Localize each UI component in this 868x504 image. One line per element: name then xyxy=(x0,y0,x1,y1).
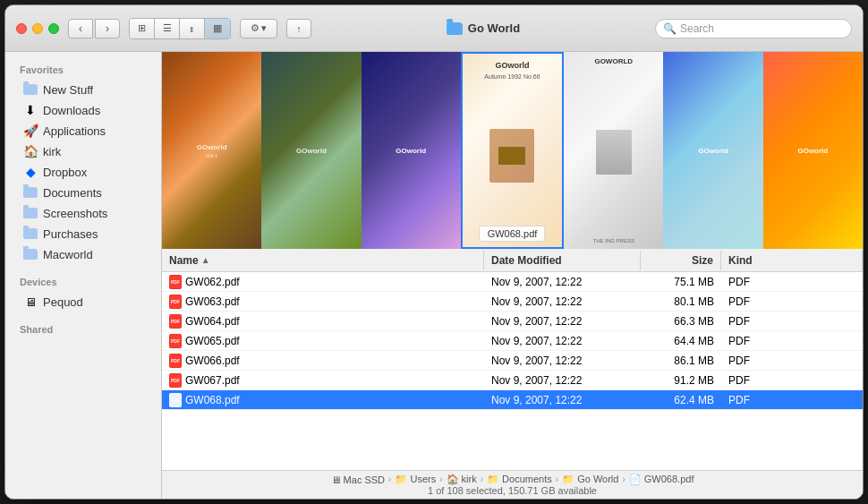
sidebar-item-new-stuff[interactable]: New Stuff xyxy=(9,80,157,99)
breadcrumb-separator: › xyxy=(556,474,558,484)
book-cover: GOworld xyxy=(362,52,461,249)
share-icon: ↑ xyxy=(296,23,302,34)
file-row[interactable]: PDF GW062.pdf Nov 9, 2007, 12:22 75.1 MB… xyxy=(162,272,863,292)
pdf-icon: PDF xyxy=(169,393,182,407)
sidebar-item-purchases[interactable]: Purchases xyxy=(9,224,157,243)
preview-selected-item[interactable]: GOworld Autumn 1992 No.66 THE ING PRESS … xyxy=(461,52,564,249)
name-column-header[interactable]: Name ▲ xyxy=(162,251,484,270)
shared-section-title: Shared xyxy=(5,319,161,338)
breadcrumb-folder[interactable]: 📁 Go World xyxy=(562,474,618,485)
titlebar: ‹ › ⊞ ☰ ⫾ ▦ ⚙ ▾ ↑ xyxy=(5,5,863,52)
pdf-icon: PDF xyxy=(169,295,182,309)
book-cover: GOworld xyxy=(663,52,762,249)
close-button[interactable] xyxy=(16,23,27,34)
share-button[interactable]: ↑ xyxy=(286,19,311,38)
file-row[interactable]: PDF GW067.pdf Nov 9, 2007, 12:22 91.2 MB… xyxy=(162,371,863,390)
file-kind-cell: PDF xyxy=(721,315,863,328)
breadcrumb-separator: › xyxy=(622,474,625,484)
pdf-icon: PDF xyxy=(169,334,182,348)
main-content: Favorites New Stuff ⬇ Downloads 🚀 Applic… xyxy=(5,52,863,499)
file-size-cell: 91.2 MB xyxy=(641,374,721,387)
preview-item[interactable]: GOworld xyxy=(763,52,863,249)
file-kind-cell: PDF xyxy=(721,295,863,308)
sidebar-item-pequod[interactable]: 🖥 Pequod xyxy=(9,292,157,312)
sidebar-item-label: Pequod xyxy=(43,295,83,309)
file-size-cell: 80.1 MB xyxy=(641,295,721,308)
folder-icon xyxy=(23,82,38,97)
folder-icon xyxy=(23,185,38,200)
file-name-cell: PDF GW064.pdf xyxy=(162,314,484,329)
sidebar-item-screenshots[interactable]: Screenshots xyxy=(9,203,157,223)
book-cover: GOworld xyxy=(261,52,361,249)
folder-icon xyxy=(23,206,38,220)
breadcrumb-hdd[interactable]: 🖥 Mac SSD xyxy=(331,474,386,485)
file-name-cell: PDF GW062.pdf xyxy=(162,275,484,289)
sidebar-item-kirk[interactable]: 🏠 kirk xyxy=(9,141,157,161)
list-header: Name ▲ Date Modified Size Kind xyxy=(162,249,863,272)
traffic-lights xyxy=(16,23,59,34)
column-view-button[interactable]: ⫾ xyxy=(180,19,205,38)
sidebar-item-macworld[interactable]: Macworld xyxy=(9,244,157,264)
file-date-cell: Nov 9, 2007, 12:22 xyxy=(484,276,641,288)
breadcrumb-folder[interactable]: 📁 Documents xyxy=(487,474,552,485)
icon-view-button[interactable]: ⊞ xyxy=(130,19,155,38)
date-header-label: Date Modified xyxy=(491,254,562,267)
preview-item[interactable]: GOWORLD THE ING PRESS xyxy=(564,52,663,249)
name-header-label: Name xyxy=(169,254,199,267)
gallery-view-button[interactable]: ▦ xyxy=(205,19,230,38)
search-icon: 🔍 xyxy=(663,22,677,35)
sidebar-item-label: Applications xyxy=(43,124,106,138)
file-size-cell: 66.3 MB xyxy=(641,315,721,328)
date-column-header[interactable]: Date Modified xyxy=(484,251,641,270)
content-area: GOworld Vol.1 GOworld xyxy=(162,52,863,499)
file-size-cell: 86.1 MB xyxy=(641,355,721,367)
window-title: Go World xyxy=(468,21,520,35)
book-cover-selected: GOworld Autumn 1992 No.66 THE ING PRESS xyxy=(463,54,562,247)
folder-icon xyxy=(23,247,38,261)
title-area: Go World xyxy=(320,21,646,35)
breadcrumb-separator: › xyxy=(388,474,391,484)
folder-icon xyxy=(23,226,38,241)
file-row[interactable]: PDF GW066.pdf Nov 9, 2007, 12:22 86.1 MB… xyxy=(162,351,863,371)
file-date-cell: Nov 9, 2007, 12:22 xyxy=(484,295,641,308)
back-button[interactable]: ‹ xyxy=(68,19,93,38)
size-header-label: Size xyxy=(692,254,713,267)
back-icon: ‹ xyxy=(79,22,82,35)
preview-item[interactable]: GOworld xyxy=(362,52,461,249)
sidebar-item-label: Documents xyxy=(43,186,102,200)
status-text: 1 of 108 selected, 150.71 GB available xyxy=(428,485,597,496)
search-box[interactable]: 🔍 Search xyxy=(655,19,852,38)
pdf-icon: PDF xyxy=(169,275,182,289)
column-view-icon: ⫾ xyxy=(190,23,195,34)
breadcrumb-file[interactable]: 📄 GW068.pdf xyxy=(629,474,694,485)
file-kind-cell: PDF xyxy=(721,276,863,288)
file-size-cell: 62.4 MB xyxy=(641,394,721,406)
file-kind-cell: PDF xyxy=(721,394,863,406)
sidebar-item-applications[interactable]: 🚀 Applications xyxy=(9,121,157,141)
fullscreen-button[interactable] xyxy=(48,23,59,34)
file-size-cell: 75.1 MB xyxy=(641,276,721,288)
file-row[interactable]: PDF GW064.pdf Nov 9, 2007, 12:22 66.3 MB… xyxy=(162,312,863,331)
preview-item[interactable]: GOworld xyxy=(261,52,361,249)
finder-window: ‹ › ⊞ ☰ ⫾ ▦ ⚙ ▾ ↑ xyxy=(4,4,864,500)
size-column-header[interactable]: Size xyxy=(641,251,721,270)
sidebar-item-dropbox[interactable]: ◆ Dropbox xyxy=(9,162,157,182)
breadcrumb-folder[interactable]: 📁 Users xyxy=(395,474,436,485)
list-view-button[interactable]: ☰ xyxy=(155,19,180,38)
action-button[interactable]: ⚙ ▾ xyxy=(240,19,277,38)
breadcrumb-folder[interactable]: 🏠 kirk xyxy=(447,474,477,485)
sidebar-item-label: Purchases xyxy=(43,227,98,241)
file-row[interactable]: PDF GW063.pdf Nov 9, 2007, 12:22 80.1 MB… xyxy=(162,292,863,312)
file-row[interactable]: PDF GW065.pdf Nov 9, 2007, 12:22 64.4 MB… xyxy=(162,331,863,351)
forward-button[interactable]: › xyxy=(95,19,120,38)
chevron-down-icon: ▾ xyxy=(261,22,267,34)
file-row[interactable]: PDF GW068.pdf Nov 9, 2007, 12:22 62.4 MB… xyxy=(162,390,863,410)
kind-column-header[interactable]: Kind xyxy=(721,251,863,270)
breadcrumb-separator: › xyxy=(439,474,442,484)
sidebar-item-documents[interactable]: Documents xyxy=(9,183,157,202)
preview-item[interactable]: GOworld xyxy=(663,52,762,249)
sidebar-item-downloads[interactable]: ⬇ Downloads xyxy=(9,100,157,120)
file-rows: PDF GW062.pdf Nov 9, 2007, 12:22 75.1 MB… xyxy=(162,272,863,470)
preview-item[interactable]: GOworld Vol.1 xyxy=(162,52,261,249)
minimize-button[interactable] xyxy=(32,23,43,34)
